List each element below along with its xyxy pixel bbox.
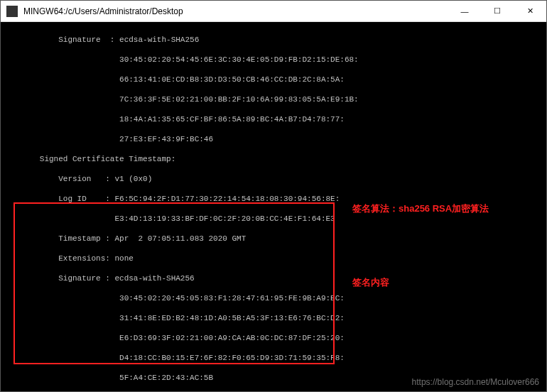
output-line: Timestamp : Apr 2 07:05:11.083 2020 GMT bbox=[2, 234, 545, 244]
app-icon bbox=[6, 6, 18, 17]
output-line: 18:4A:A1:35:65:CF:BF:86:5A:89:BC:4A:B7:D… bbox=[2, 114, 545, 124]
window-buttons: — ☐ ✕ bbox=[448, 1, 546, 22]
output-line: E3:4D:13:19:33:BF:DF:0C:2F:20:0B:CC:4E:F… bbox=[2, 214, 545, 224]
output-line: 27:E3:EF:43:9F:BC:46 bbox=[2, 134, 545, 144]
output-line: Extensions: none bbox=[2, 254, 545, 263]
output-line: 30:45:02:20:54:45:6E:3C:30:4E:05:D9:FB:D… bbox=[2, 55, 545, 65]
output-line: 30:45:02:20:45:05:83:F1:28:47:61:95:FE:9… bbox=[2, 293, 545, 303]
output-line: 7C:36:3F:5E:02:21:00:BB:2F:10:6A:99:83:0… bbox=[2, 94, 545, 104]
output-line: 66:13:41:0E:CD:B8:3D:D3:50:CB:46:CC:DB:2… bbox=[2, 75, 545, 85]
maximize-button[interactable]: ☐ bbox=[481, 1, 514, 22]
terminal[interactable]: Signature : ecdsa-with-SHA256 30:45:02:2… bbox=[1, 22, 546, 391]
output-line: E6:D3:69:3F:02:21:00:A9:CA:AB:0C:DC:87:D… bbox=[2, 333, 545, 343]
close-button[interactable]: ✕ bbox=[514, 1, 546, 22]
output-line: D4:18:CC:B0:15:E7:6F:82:F0:65:D9:3D:71:5… bbox=[2, 353, 545, 363]
output-line: Signature : ecdsa-with-SHA256 bbox=[2, 35, 545, 45]
output-line: Signature : ecdsa-with-SHA256 bbox=[2, 273, 545, 283]
output-line: Version : v1 (0x0) bbox=[2, 174, 545, 184]
watermark: https://blog.csdn.net/Mculover666 bbox=[412, 377, 539, 387]
annotation-content: 签名内容 bbox=[352, 278, 389, 288]
window: MINGW64:/c/Users/Administrator/Desktop —… bbox=[0, 0, 547, 392]
titlebar[interactable]: MINGW64:/c/Users/Administrator/Desktop —… bbox=[1, 1, 546, 22]
output-line: Log ID : F6:5C:94:2F:D1:77:30:22:14:54:1… bbox=[2, 194, 545, 204]
minimize-button[interactable]: — bbox=[448, 1, 481, 22]
annotation-algorithm: 签名算法：sha256 RSA加密算法 bbox=[352, 204, 489, 214]
window-title: MINGW64:/c/Users/Administrator/Desktop bbox=[23, 6, 448, 16]
output-line: 31:41:8E:ED:B2:48:1D:A0:5B:A5:3F:13:E6:7… bbox=[2, 313, 545, 323]
output-line: Signed Certificate Timestamp: bbox=[2, 154, 545, 164]
